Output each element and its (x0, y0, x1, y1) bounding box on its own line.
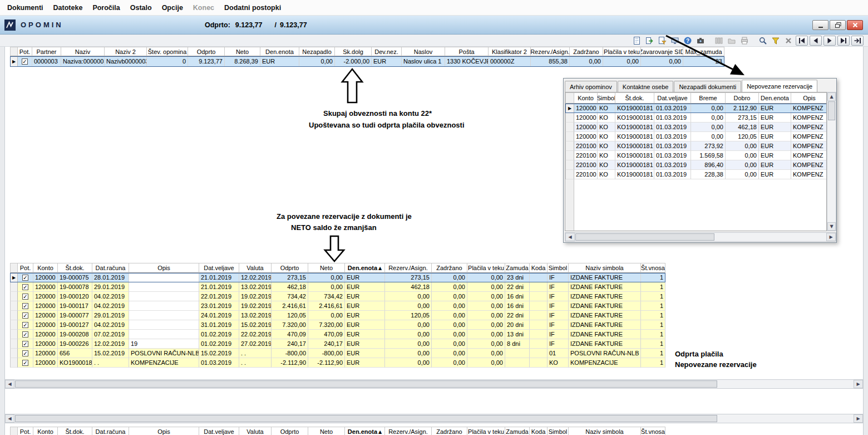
cell[interactable]: 27.02.2019 (239, 339, 272, 349)
popup-vertical-scrollbar[interactable]: ▲ ▼ (827, 92, 836, 231)
cell[interactable]: 0,00 (308, 273, 345, 282)
col-header-den-enota[interactable]: Den.enota (260, 47, 299, 56)
col-header-koda[interactable]: Koda (530, 263, 548, 273)
cell[interactable]: 0,00 (308, 282, 345, 292)
col-header-dobro[interactable]: Dobro (726, 92, 759, 104)
cell[interactable]: 13 dni (505, 330, 530, 339)
cell[interactable]: -2.112,90 (308, 358, 345, 368)
table-row[interactable]: 120000KOKO1900018101.03.20190,00120,05EU… (565, 132, 827, 141)
cell[interactable]: 23.01.2019 (199, 301, 239, 311)
cell[interactable]: 01.03.2019 (654, 170, 691, 179)
cell[interactable]: 120000 (574, 113, 598, 123)
row-selector[interactable] (10, 349, 18, 358)
cell[interactable]: IF (548, 301, 569, 311)
col-header-naziv-simbola[interactable]: Naziv simbola (569, 263, 641, 273)
col-header-dat-veljave[interactable]: Dat.veljave (199, 427, 239, 435)
clear-filter-icon[interactable] (783, 35, 794, 46)
cell[interactable]: -800,00 (308, 349, 345, 358)
cell[interactable]: 228,38 (691, 170, 726, 179)
cell[interactable] (530, 282, 548, 292)
cell[interactable]: 0,00 (432, 301, 467, 311)
cell[interactable]: 15.02.2019 (92, 349, 129, 358)
cell[interactable]: EUR (345, 358, 385, 368)
cell[interactable]: 240,17 (272, 339, 308, 349)
cell[interactable]: 19-000078 (58, 282, 92, 292)
cell[interactable]: 2.416,61 (308, 301, 345, 311)
cell[interactable]: 23 (683, 56, 724, 67)
cell[interactable]: 1 (641, 330, 665, 339)
col-header-zadr-ano[interactable]: Zadržano (432, 263, 467, 273)
col-header-dat-veljave[interactable]: Dat.veljave (199, 263, 239, 273)
table-row[interactable]: 120000KOKO1900018101.03.20190,00462,18EU… (565, 123, 827, 132)
cell[interactable]: KO (598, 160, 615, 170)
cell[interactable]: 01 (548, 349, 569, 358)
row-selector[interactable] (10, 301, 18, 311)
cell[interactable]: EUR (345, 320, 385, 330)
col-header-naziv-2[interactable]: Naziv 2 (105, 47, 147, 56)
cell[interactable]: 120000 (33, 311, 58, 320)
secondary-grid-horizontal-scrollbar[interactable]: ◀ ▶ (4, 414, 864, 423)
col-header-t-dok[interactable]: Št.dok. (58, 427, 92, 435)
cell[interactable]: 470,09 (272, 330, 308, 339)
cell[interactable]: 01.03.2019 (654, 123, 691, 132)
table-row[interactable]: ✓12000019-00011704.02.201923.01.201919.0… (10, 301, 665, 311)
documents-grid-horizontal-scrollbar[interactable]: ◀ ▶ (4, 379, 864, 389)
row-selector[interactable] (565, 113, 574, 123)
col-header-dat-veljave[interactable]: Dat.veljave (654, 92, 691, 104)
attach-document-icon[interactable] (631, 35, 642, 46)
cell[interactable]: KOMPENZ (791, 123, 827, 132)
cell[interactable]: KO19000181 (615, 151, 654, 160)
cell[interactable]: IF (548, 273, 569, 282)
cell[interactable]: 0,00 (467, 282, 505, 292)
cell[interactable]: 1 (641, 339, 665, 349)
row-selector[interactable] (565, 141, 574, 151)
row-selector[interactable] (565, 132, 574, 141)
table-row[interactable]: 220100KOKO1900018101.03.2019896,400,00EU… (565, 160, 827, 170)
cell[interactable]: EUR (345, 330, 385, 339)
cell[interactable]: 462,18 (385, 282, 432, 292)
cell[interactable]: 120000 (33, 301, 58, 311)
col-header-tev-opomina[interactable]: Štev. opomina (147, 47, 188, 56)
cell[interactable]: 1 (641, 349, 665, 358)
cell[interactable]: 462,18 (272, 282, 308, 292)
cell[interactable]: 21.01.2019 (199, 273, 239, 282)
cell[interactable]: 2.416,61 (272, 301, 308, 311)
cell[interactable]: 120000 (33, 358, 58, 368)
col-header-zadr-ano[interactable]: Zadržano (570, 47, 603, 56)
cell[interactable] (129, 330, 199, 339)
tab-nezapadli-dokumenti[interactable]: Nezapadli dokumenti (674, 81, 741, 92)
cell[interactable] (530, 358, 548, 368)
cell[interactable]: 120000 (33, 330, 58, 339)
col-header-konto[interactable]: Konto (574, 92, 598, 104)
cell[interactable]: POSLOVNI RAČUN-NLB (129, 349, 199, 358)
cell[interactable]: . . (92, 358, 129, 368)
cell[interactable]: 01.02.2019 (199, 330, 239, 339)
scrollbar-thumb[interactable] (828, 101, 835, 120)
cell[interactable]: 0,00 (691, 113, 726, 123)
cell[interactable]: 470,09 (308, 330, 345, 339)
cell[interactable]: IZDANE FAKTURE (569, 339, 641, 349)
row-selector[interactable] (10, 311, 18, 320)
cell[interactable]: 20 dni (505, 320, 530, 330)
cell[interactable]: 19-000127 (58, 320, 92, 330)
cell[interactable]: EUR (345, 339, 385, 349)
cell[interactable]: IF (548, 311, 569, 320)
row-checkbox[interactable]: ✓ (18, 320, 33, 330)
first-record-icon[interactable] (796, 36, 808, 46)
goto-record-icon[interactable] (851, 36, 864, 46)
cell[interactable] (129, 282, 199, 292)
cell[interactable]: 01.03.2019 (199, 358, 239, 368)
last-record-icon[interactable] (837, 36, 850, 46)
cell[interactable]: 0,00 (385, 358, 432, 368)
tab-nepovezane-rezervacije[interactable]: Nepovezane rezervacije (742, 80, 817, 92)
cell[interactable]: 8 dni (505, 339, 530, 349)
row-checkbox[interactable]: ✓ (18, 330, 33, 339)
tab-arhiv-opominov[interactable]: Arhiv opominov (565, 81, 617, 92)
cell[interactable]: 1 (641, 301, 665, 311)
scroll-left-button[interactable]: ◀ (5, 414, 14, 423)
menu-item-datoteke[interactable]: Datoteke (48, 4, 88, 12)
cell[interactable]: 0,00 (467, 311, 505, 320)
cell[interactable]: EUR (345, 349, 385, 358)
row-checkbox[interactable]: ✓ (18, 282, 33, 292)
cell[interactable] (530, 339, 548, 349)
